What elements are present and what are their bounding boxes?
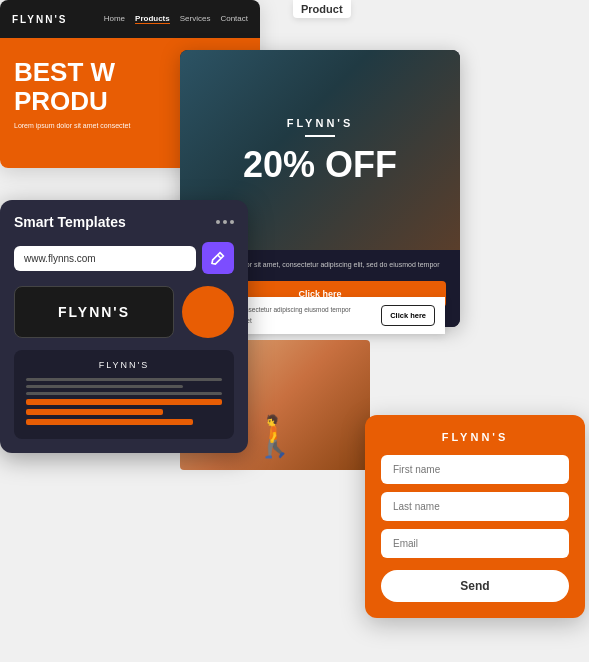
brand-preview: FLYNN'S <box>14 286 234 338</box>
send-button[interactable]: Send <box>381 570 569 602</box>
typo-line-2 <box>26 385 183 388</box>
dot-1 <box>216 220 220 224</box>
first-name-input[interactable] <box>381 455 569 484</box>
brand-color-swatch <box>182 286 234 338</box>
site-nav: FLYNN'S Home Products Services Contact <box>0 0 260 38</box>
typo-brand-label: FLYNN'S <box>26 360 222 370</box>
typo-orange-3 <box>26 419 193 425</box>
email-input[interactable] <box>381 529 569 558</box>
email-discount: 20% OFF <box>243 147 397 183</box>
nav-links: Home Products Services Contact <box>104 14 248 24</box>
last-name-input[interactable] <box>381 492 569 521</box>
dot-2 <box>223 220 227 224</box>
nav-contact[interactable]: Contact <box>220 14 248 24</box>
strip-cta-button[interactable]: Click here <box>381 305 435 326</box>
typo-line-1 <box>26 378 222 381</box>
panel-title: Smart Templates <box>14 214 126 230</box>
brand-name-text: FLYNN'S <box>58 304 130 320</box>
svg-line-0 <box>218 255 221 258</box>
typo-line-3 <box>26 392 222 395</box>
product-badge: Product <box>293 0 351 18</box>
magic-wand-button[interactable] <box>202 242 234 274</box>
brand-name-box: FLYNN'S <box>14 286 174 338</box>
panel-options-button[interactable] <box>216 220 234 224</box>
nav-services[interactable]: Services <box>180 14 211 24</box>
smart-templates-panel: Smart Templates FLYNN'S FLYNN'S <box>0 200 248 453</box>
typo-orange-1 <box>26 399 222 405</box>
url-input[interactable] <box>14 246 196 271</box>
nav-products[interactable]: Products <box>135 14 170 24</box>
panel-header: Smart Templates <box>14 214 234 230</box>
typo-orange-2 <box>26 409 163 415</box>
url-row <box>14 242 234 274</box>
nav-home[interactable]: Home <box>104 14 125 24</box>
form-brand: FLYNN'S <box>381 431 569 443</box>
typography-preview: FLYNN'S <box>14 350 234 439</box>
magic-wand-icon <box>210 250 226 266</box>
form-card: FLYNN'S Send <box>365 415 585 618</box>
photo-figure: 🚶 <box>250 413 300 460</box>
email-brand: FLYNN'S <box>287 117 354 129</box>
dot-3 <box>230 220 234 224</box>
site-logo: FLYNN'S <box>12 14 90 25</box>
email-divider <box>305 135 335 137</box>
